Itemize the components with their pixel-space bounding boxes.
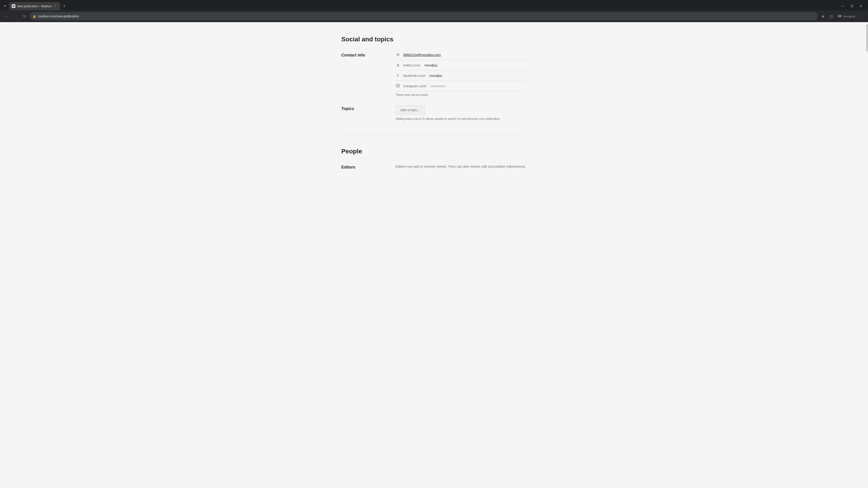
svg-rect-0 [396,84,399,87]
main-container: Social and topics Contact info ✉ 89f4222… [332,36,536,174]
split-view-button[interactable]: ◫ [828,13,835,20]
close-button[interactable]: ✕ [858,3,864,9]
address-bar[interactable]: 🔒 medium.com/new-publication [30,12,817,20]
email-value[interactable]: 89f4222e@moodjoy.com [403,52,527,58]
editors-row: Editors Editors can add or remove storie… [341,164,527,174]
tab-favicon: M [12,4,16,8]
topics-content: Add a topic... Adding topics (up to 5) a… [396,105,527,121]
facebook-input[interactable] [430,73,527,78]
facebook-prefix: facebook.com/ [403,74,426,77]
social-topics-section: Social and topics Contact info ✉ 89f4222… [341,36,527,121]
facebook-icon: f [396,74,400,78]
instagram-input[interactable] [431,83,527,89]
twitter-field-row: 𝕏 twitter.com/ [396,62,527,70]
people-title: People [341,148,527,155]
social-topics-title: Social and topics [341,36,527,43]
contact-helper-text: These links will be public. [396,93,527,96]
people-section: People Editors Editors can add or remove… [341,148,527,174]
email-icon: ✉ [396,53,400,57]
incognito-label: Incognito [843,15,855,18]
nav-actions: ★ ◫ Incognito ⋮ [819,13,865,20]
tab-close-button[interactable]: × [53,4,57,8]
contact-fields: ✉ 89f4222e@moodjoy.com 𝕏 twitter.com/ f … [396,52,527,96]
topics-row: Topics Add a topic... Adding topics (up … [341,105,527,121]
browser-chrome: M New publication – Medium × + — ⧉ ✕ ← →… [0,0,868,22]
navigation-bar: ← → ↻ 🔒 medium.com/new-publication ★ ◫ I… [0,10,868,22]
tab-dropdown-button[interactable] [2,3,8,9]
twitter-prefix: twitter.com/ [403,63,421,67]
instagram-field-row: instagram.com/ [396,83,527,91]
forward-icon: → [13,14,17,18]
editors-label: Editors [341,164,382,170]
page-content: Social and topics Contact info ✉ 89f4222… [0,22,868,488]
menu-icon: ⋮ [860,14,864,19]
star-icon: ★ [822,14,825,19]
bookmark-button[interactable]: ★ [819,13,827,20]
facebook-field-row: f facebook.com/ [396,73,527,81]
svg-point-1 [397,85,398,86]
refresh-icon: ↻ [23,14,26,19]
active-tab[interactable]: M New publication – Medium × [9,2,60,10]
address-text: medium.com/new-publication [38,14,815,18]
window-controls: — ⧉ ✕ [840,3,866,9]
instagram-prefix: instagram.com/ [403,84,428,88]
contact-info-row: Contact info ✉ 89f4222e@moodjoy.com 𝕏 tw… [341,52,527,96]
add-topic-button[interactable]: Add a topic... [396,105,425,114]
security-icon: 🔒 [33,15,36,18]
tab-title: New publication – Medium [17,4,52,8]
tab-bar: M New publication – Medium × + — ⧉ ✕ [0,0,868,10]
minimize-button[interactable]: — [840,3,845,9]
twitter-icon: 𝕏 [396,64,400,67]
back-button[interactable]: ← [3,13,10,20]
topics-label: Topics [341,105,382,111]
editors-content: Editors can add or remove stories. They … [396,164,527,174]
email-field-row: ✉ 89f4222e@moodjoy.com [396,52,527,60]
contact-info-label: Contact info [341,52,382,58]
forward-button[interactable]: → [12,13,19,20]
topics-helper-text: Adding topics (up to 5) allows people to… [396,117,527,121]
incognito-icon [837,14,842,19]
scrollbar-thumb[interactable] [866,24,868,52]
split-icon: ◫ [830,14,833,19]
new-tab-button[interactable]: + [61,3,67,9]
scrollbar[interactable] [866,22,868,488]
instagram-icon [396,84,400,88]
back-icon: ← [4,14,8,18]
editors-description: Editors can add or remove stories. They … [396,164,527,169]
twitter-input[interactable] [425,62,527,68]
refresh-button[interactable]: ↻ [21,13,28,20]
maximize-button[interactable]: ⧉ [849,3,855,9]
incognito-badge[interactable]: Incognito [836,13,857,20]
menu-button[interactable]: ⋮ [858,13,865,20]
